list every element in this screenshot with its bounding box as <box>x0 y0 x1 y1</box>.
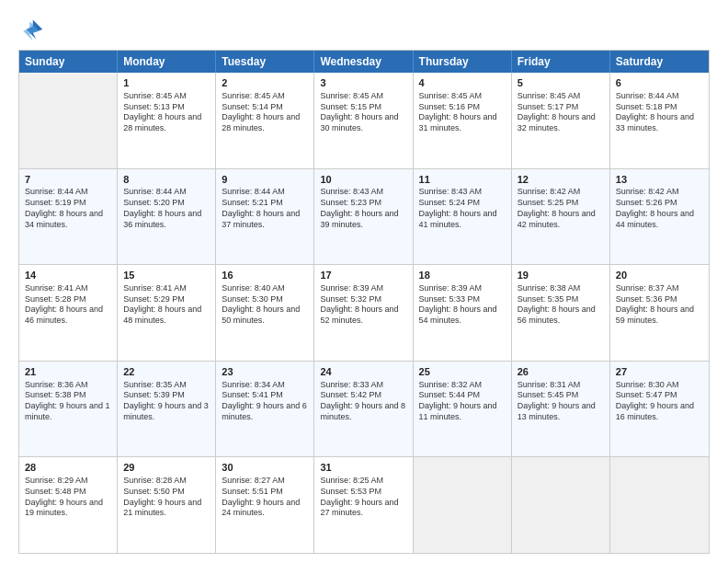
day-cell-9: 9Sunrise: 8:44 AMSunset: 5:21 PMDaylight… <box>216 169 314 265</box>
day-number: 2 <box>222 76 308 90</box>
day-cell-20: 20Sunrise: 8:37 AMSunset: 5:36 PMDayligh… <box>610 265 709 361</box>
day-number: 16 <box>222 269 308 282</box>
header-cell-monday: Monday <box>118 51 216 73</box>
day-cell-28: 28Sunrise: 8:29 AMSunset: 5:48 PMDayligh… <box>19 457 118 553</box>
day-cell-8: 8Sunrise: 8:44 AMSunset: 5:20 PMDaylight… <box>118 169 216 265</box>
day-cell-31: 31Sunrise: 8:25 AMSunset: 5:53 PMDayligh… <box>314 457 413 553</box>
day-number: 26 <box>518 365 604 379</box>
logo-icon <box>18 17 44 42</box>
cell-info: Sunrise: 8:30 AMSunset: 5:47 PMDaylight:… <box>616 380 703 423</box>
cell-info: Sunrise: 8:31 AMSunset: 5:45 PMDaylight:… <box>518 380 604 423</box>
day-cell-1: 1Sunrise: 8:45 AMSunset: 5:13 PMDaylight… <box>118 73 216 168</box>
cell-info: Sunrise: 8:29 AMSunset: 5:48 PMDaylight:… <box>25 476 111 519</box>
day-cell-25: 25Sunrise: 8:32 AMSunset: 5:44 PMDayligh… <box>414 362 512 457</box>
day-cell-26: 26Sunrise: 8:31 AMSunset: 5:45 PMDayligh… <box>512 362 610 457</box>
calendar-row-0: 1Sunrise: 8:45 AMSunset: 5:13 PMDaylight… <box>19 73 709 168</box>
cell-info: Sunrise: 8:41 AMSunset: 5:28 PMDaylight:… <box>25 283 111 327</box>
cell-info: Sunrise: 8:43 AMSunset: 5:23 PMDaylight:… <box>320 187 406 230</box>
cell-info: Sunrise: 8:44 AMSunset: 5:18 PMDaylight:… <box>616 91 703 134</box>
day-cell-5: 5Sunrise: 8:45 AMSunset: 5:17 PMDaylight… <box>512 73 610 168</box>
empty-cell <box>610 457 709 553</box>
day-cell-11: 11Sunrise: 8:43 AMSunset: 5:24 PMDayligh… <box>414 169 512 265</box>
day-number: 23 <box>222 365 308 379</box>
day-cell-10: 10Sunrise: 8:43 AMSunset: 5:23 PMDayligh… <box>314 169 413 265</box>
cell-info: Sunrise: 8:45 AMSunset: 5:16 PMDaylight:… <box>419 91 506 134</box>
cell-info: Sunrise: 8:25 AMSunset: 5:53 PMDaylight:… <box>320 476 406 519</box>
day-cell-19: 19Sunrise: 8:38 AMSunset: 5:35 PMDayligh… <box>512 265 610 361</box>
day-number: 9 <box>222 173 308 187</box>
day-number: 15 <box>123 269 210 282</box>
day-cell-15: 15Sunrise: 8:41 AMSunset: 5:29 PMDayligh… <box>118 265 216 361</box>
header-cell-friday: Friday <box>512 51 610 73</box>
header <box>18 17 710 42</box>
day-number: 4 <box>419 76 506 90</box>
cell-info: Sunrise: 8:45 AMSunset: 5:15 PMDaylight:… <box>320 91 406 134</box>
cell-info: Sunrise: 8:37 AMSunset: 5:36 PMDaylight:… <box>616 283 703 327</box>
day-number: 11 <box>419 173 506 187</box>
calendar-body: 1Sunrise: 8:45 AMSunset: 5:13 PMDaylight… <box>19 73 709 553</box>
day-cell-18: 18Sunrise: 8:39 AMSunset: 5:33 PMDayligh… <box>414 265 512 361</box>
empty-cell <box>512 457 610 553</box>
cell-info: Sunrise: 8:43 AMSunset: 5:24 PMDaylight:… <box>419 187 506 230</box>
day-cell-23: 23Sunrise: 8:34 AMSunset: 5:41 PMDayligh… <box>216 362 314 457</box>
day-cell-6: 6Sunrise: 8:44 AMSunset: 5:18 PMDaylight… <box>610 73 709 168</box>
cell-info: Sunrise: 8:28 AMSunset: 5:50 PMDaylight:… <box>123 476 210 519</box>
day-cell-14: 14Sunrise: 8:41 AMSunset: 5:28 PMDayligh… <box>19 265 118 361</box>
page: SundayMondayTuesdayWednesdayThursdayFrid… <box>0 0 728 563</box>
day-cell-7: 7Sunrise: 8:44 AMSunset: 5:19 PMDaylight… <box>19 169 118 265</box>
day-number: 30 <box>222 461 308 475</box>
cell-info: Sunrise: 8:44 AMSunset: 5:19 PMDaylight:… <box>25 187 111 230</box>
day-cell-4: 4Sunrise: 8:45 AMSunset: 5:16 PMDaylight… <box>414 73 512 168</box>
cell-info: Sunrise: 8:32 AMSunset: 5:44 PMDaylight:… <box>419 380 506 423</box>
cell-info: Sunrise: 8:35 AMSunset: 5:39 PMDaylight:… <box>123 380 210 423</box>
calendar-row-4: 28Sunrise: 8:29 AMSunset: 5:48 PMDayligh… <box>19 456 709 553</box>
day-number: 17 <box>320 269 406 282</box>
empty-cell <box>414 457 512 553</box>
day-cell-27: 27Sunrise: 8:30 AMSunset: 5:47 PMDayligh… <box>610 362 709 457</box>
day-number: 28 <box>25 461 111 475</box>
day-number: 8 <box>123 173 210 187</box>
header-cell-thursday: Thursday <box>414 51 512 73</box>
cell-info: Sunrise: 8:41 AMSunset: 5:29 PMDaylight:… <box>123 283 210 327</box>
day-number: 21 <box>25 365 111 379</box>
cell-info: Sunrise: 8:44 AMSunset: 5:21 PMDaylight:… <box>222 187 308 230</box>
day-cell-13: 13Sunrise: 8:42 AMSunset: 5:26 PMDayligh… <box>610 169 709 265</box>
day-cell-29: 29Sunrise: 8:28 AMSunset: 5:50 PMDayligh… <box>118 457 216 553</box>
day-cell-30: 30Sunrise: 8:27 AMSunset: 5:51 PMDayligh… <box>216 457 314 553</box>
day-number: 31 <box>320 461 406 475</box>
cell-info: Sunrise: 8:38 AMSunset: 5:35 PMDaylight:… <box>518 283 604 327</box>
cell-info: Sunrise: 8:42 AMSunset: 5:26 PMDaylight:… <box>616 187 703 230</box>
day-number: 12 <box>518 173 604 187</box>
day-cell-17: 17Sunrise: 8:39 AMSunset: 5:32 PMDayligh… <box>314 265 413 361</box>
day-number: 5 <box>518 76 604 90</box>
cell-info: Sunrise: 8:34 AMSunset: 5:41 PMDaylight:… <box>222 380 308 423</box>
cell-info: Sunrise: 8:27 AMSunset: 5:51 PMDaylight:… <box>222 476 308 519</box>
cell-info: Sunrise: 8:40 AMSunset: 5:30 PMDaylight:… <box>222 283 308 327</box>
day-number: 20 <box>616 269 703 282</box>
day-cell-24: 24Sunrise: 8:33 AMSunset: 5:42 PMDayligh… <box>314 362 413 457</box>
header-cell-sunday: Sunday <box>19 51 118 73</box>
cell-info: Sunrise: 8:39 AMSunset: 5:32 PMDaylight:… <box>320 283 406 327</box>
logo <box>18 17 48 42</box>
day-cell-2: 2Sunrise: 8:45 AMSunset: 5:14 PMDaylight… <box>216 73 314 168</box>
cell-info: Sunrise: 8:33 AMSunset: 5:42 PMDaylight:… <box>320 380 406 423</box>
day-cell-21: 21Sunrise: 8:36 AMSunset: 5:38 PMDayligh… <box>19 362 118 457</box>
day-number: 29 <box>123 461 210 475</box>
calendar-row-3: 21Sunrise: 8:36 AMSunset: 5:38 PMDayligh… <box>19 361 709 457</box>
day-cell-3: 3Sunrise: 8:45 AMSunset: 5:15 PMDaylight… <box>314 73 413 168</box>
day-number: 18 <box>419 269 506 282</box>
day-number: 10 <box>320 173 406 187</box>
day-number: 24 <box>320 365 406 379</box>
day-cell-22: 22Sunrise: 8:35 AMSunset: 5:39 PMDayligh… <box>118 362 216 457</box>
cell-info: Sunrise: 8:42 AMSunset: 5:25 PMDaylight:… <box>518 187 604 230</box>
day-number: 3 <box>320 76 406 90</box>
day-cell-16: 16Sunrise: 8:40 AMSunset: 5:30 PMDayligh… <box>216 265 314 361</box>
cell-info: Sunrise: 8:36 AMSunset: 5:38 PMDaylight:… <box>25 380 111 423</box>
cell-info: Sunrise: 8:45 AMSunset: 5:17 PMDaylight:… <box>518 91 604 134</box>
empty-cell <box>19 73 118 168</box>
calendar-header-row: SundayMondayTuesdayWednesdayThursdayFrid… <box>19 51 709 73</box>
day-number: 1 <box>123 76 210 90</box>
day-number: 14 <box>25 269 111 282</box>
calendar: SundayMondayTuesdayWednesdayThursdayFrid… <box>18 50 710 554</box>
day-number: 27 <box>616 365 703 379</box>
